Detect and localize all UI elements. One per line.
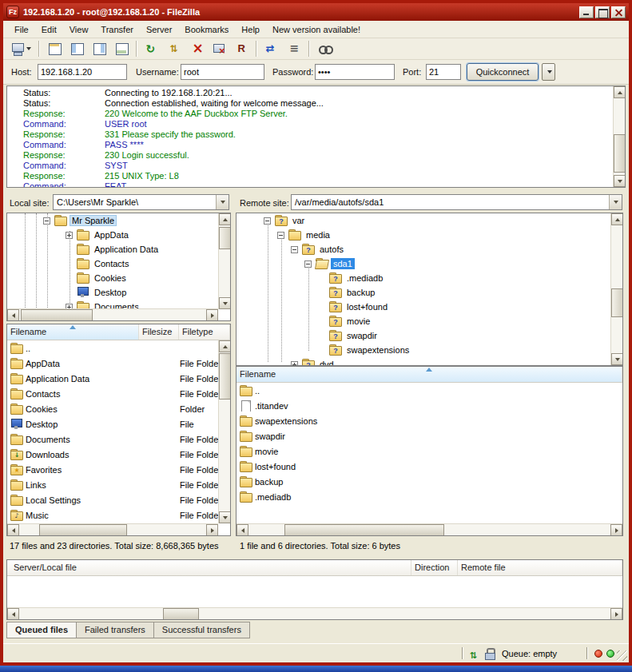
scroll-up-button[interactable] <box>219 340 231 352</box>
file-row[interactable]: Contacts File Folder <box>7 386 218 401</box>
scroll-down-button[interactable] <box>219 297 231 309</box>
file-row[interactable]: Application Data File Folder <box>7 371 218 386</box>
scrollbar-thumb[interactable] <box>219 353 231 400</box>
file-row[interactable]: .. <box>7 340 218 356</box>
file-row[interactable]: Local Settings File Folder <box>7 492 218 507</box>
menu-help[interactable]: Help <box>235 22 266 37</box>
menu-new-version[interactable]: New version available! <box>266 22 367 37</box>
tree-item[interactable]: Desktop <box>7 285 230 300</box>
title-bar[interactable]: Fz 192.168.1.20 - root@192.168.1.20 - Fi… <box>3 3 629 21</box>
tree-item[interactable]: Application Data <box>7 242 230 256</box>
site-manager-button[interactable] <box>7 39 34 58</box>
username-input[interactable] <box>181 64 264 80</box>
menu-bookmarks[interactable]: Bookmarks <box>178 22 235 37</box>
remote-list-horizontal-scrollbar[interactable] <box>237 523 622 535</box>
menu-transfer[interactable]: Transfer <box>94 22 140 37</box>
collapse-icon[interactable] <box>291 246 298 253</box>
host-input[interactable] <box>38 64 127 80</box>
quickconnect-dropdown-button[interactable] <box>542 63 555 81</box>
encryption-icon[interactable] <box>485 647 495 660</box>
column-header-filetype[interactable]: Filetype <box>179 324 230 340</box>
tree-item[interactable]: swapextensions <box>237 343 622 357</box>
file-row[interactable]: Cookies Folder <box>7 401 218 416</box>
tree-item[interactable]: swapdir <box>237 328 622 343</box>
scrollbar-thumb[interactable] <box>284 524 444 536</box>
scroll-right-button[interactable] <box>610 608 622 620</box>
chevron-down-icon[interactable] <box>609 195 622 209</box>
toggle-queue-button[interactable] <box>111 39 132 58</box>
chevron-down-icon[interactable] <box>216 195 229 209</box>
tree-item[interactable]: var <box>237 213 622 228</box>
scroll-down-button[interactable] <box>219 511 231 523</box>
resize-grip[interactable] <box>617 650 627 661</box>
scroll-down-button[interactable] <box>611 353 623 365</box>
scrollbar-thumb[interactable] <box>219 227 231 249</box>
queue-horizontal-scrollbar[interactable] <box>7 607 622 619</box>
scroll-right-button[interactable] <box>206 309 218 321</box>
local-tree-horizontal-scrollbar[interactable] <box>7 308 218 320</box>
quickconnect-button[interactable]: Quickconnect <box>467 63 539 81</box>
scrollbar-thumb[interactable] <box>163 608 199 620</box>
speed-limits-icon[interactable] <box>470 647 481 660</box>
file-row[interactable]: .titandev <box>237 398 622 413</box>
file-row[interactable]: Desktop File <box>7 416 218 431</box>
file-row[interactable]: Links File Folder <box>7 477 218 492</box>
scroll-right-button[interactable] <box>610 524 622 536</box>
scroll-down-button[interactable] <box>614 175 626 187</box>
collapse-icon[interactable] <box>43 217 50 225</box>
file-row[interactable]: backup <box>237 474 622 489</box>
tab-failed-transfers[interactable]: Failed transfers <box>77 622 154 638</box>
toggle-local-tree-button[interactable] <box>66 39 87 58</box>
password-input[interactable] <box>315 64 395 80</box>
file-row[interactable]: Documents File Folder <box>7 431 218 447</box>
file-row[interactable]: .. <box>237 383 622 398</box>
scroll-up-button[interactable] <box>614 86 626 98</box>
file-row[interactable]: Music File Folder <box>7 507 218 523</box>
tree-item[interactable]: sda1 <box>237 256 622 271</box>
tree-item[interactable]: Contacts <box>7 256 230 271</box>
scrollbar-thumb[interactable] <box>611 288 623 317</box>
tree-item[interactable]: media <box>237 228 622 242</box>
column-header-filename[interactable]: Filename <box>237 367 622 382</box>
file-row[interactable]: lost+found <box>237 459 622 474</box>
tree-item[interactable]: .mediadb <box>237 271 622 285</box>
file-row[interactable]: swapextensions <box>237 413 622 428</box>
scroll-up-button[interactable] <box>219 213 231 225</box>
menu-edit[interactable]: Edit <box>35 22 63 37</box>
log-vertical-scrollbar[interactable] <box>613 86 625 187</box>
local-list-horizontal-scrollbar[interactable] <box>7 523 218 535</box>
scroll-left-button[interactable] <box>7 608 19 620</box>
find-files-button[interactable] <box>314 39 335 58</box>
scroll-up-button[interactable] <box>611 213 623 225</box>
port-input[interactable] <box>426 64 461 80</box>
toggle-remote-tree-button[interactable] <box>89 39 109 58</box>
process-queue-button[interactable] <box>164 39 185 58</box>
minimize-button[interactable] <box>579 6 594 18</box>
column-header-direction[interactable]: Direction <box>411 560 458 575</box>
scrollbar-thumb[interactable] <box>39 524 127 536</box>
column-header-filesize[interactable]: Filesize <box>139 324 179 340</box>
local-list-vertical-scrollbar[interactable] <box>218 340 230 523</box>
tree-item[interactable]: dvd <box>237 357 622 366</box>
scrollbar-thumb[interactable] <box>614 134 626 173</box>
tab-successful-transfers[interactable]: Successful transfers <box>154 622 250 638</box>
scroll-left-button[interactable] <box>237 524 248 536</box>
menu-file[interactable]: File <box>8 22 35 37</box>
synchronized-browsing-button[interactable] <box>261 39 282 58</box>
tab-queued-files[interactable]: Queued files <box>6 622 77 638</box>
file-row[interactable]: swapdir <box>237 428 622 443</box>
column-header-remote-file[interactable]: Remote file <box>458 560 622 575</box>
disconnect-button[interactable] <box>209 39 229 58</box>
scroll-left-button[interactable] <box>7 309 19 321</box>
local-tree-vertical-scrollbar[interactable] <box>218 213 230 309</box>
menu-server[interactable]: Server <box>140 22 178 37</box>
close-button[interactable] <box>611 6 626 18</box>
tree-item[interactable]: Cookies <box>7 271 230 285</box>
collapse-icon[interactable] <box>304 260 312 268</box>
remote-site-combobox[interactable]: /var/media/autofs/sda1 <box>291 194 622 210</box>
collapse-icon[interactable] <box>264 217 271 225</box>
reconnect-button[interactable] <box>231 39 252 58</box>
refresh-button[interactable] <box>141 39 162 58</box>
taskbar[interactable] <box>0 666 632 672</box>
collapse-icon[interactable] <box>277 232 284 239</box>
